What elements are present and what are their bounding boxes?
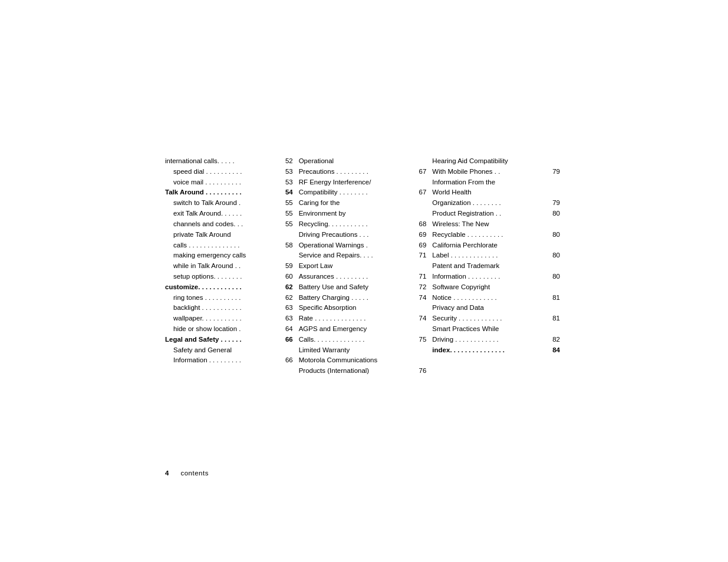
toc-entry: customize. . . . . . . . . . . .62 <box>165 282 293 293</box>
toc-entry: Rate . . . . . . . . . . . . . .74 <box>299 313 427 324</box>
toc-entry-text: Smart Practices While <box>432 324 560 335</box>
toc-entry: Driving . . . . . . . . . . . .82 <box>432 335 560 345</box>
toc-entry: voice mail . . . . . . . . . .53 <box>165 177 293 188</box>
toc-entry: exit Talk Around. . . . . .55 <box>165 209 293 219</box>
toc-entry-num: 67 <box>410 187 426 198</box>
toc-entry: Operational <box>299 156 427 167</box>
toc-content: international calls. . . . .52speed dial… <box>165 156 566 376</box>
toc-entry-text: Patent and Trademark <box>432 261 560 272</box>
footer-content: 4 contents <box>165 470 209 477</box>
toc-entry-text: wallpaper. . . . . . . . . . . <box>173 313 276 324</box>
toc-entry: Assurances . . . . . . . . .71 <box>299 272 427 282</box>
toc-entry: Talk Around . . . . . . . . . .54 <box>165 187 293 198</box>
toc-entry-text: Environment by <box>299 209 427 219</box>
toc-entry: Products (International)76 <box>299 366 427 376</box>
toc-entry-num: 84 <box>543 345 560 356</box>
toc-entry-num: 66 <box>276 335 293 345</box>
toc-entry-num: 80 <box>543 250 560 261</box>
toc-entry: Wireless: The New <box>432 219 560 230</box>
toc-entry-text: Product Registration . . <box>432 209 543 219</box>
toc-entry: switch to Talk Around .55 <box>165 198 293 209</box>
toc-entry: Hearing Aid Compatibility <box>432 156 560 167</box>
page-number: 4 <box>165 470 169 477</box>
toc-entry: Recyclable . . . . . . . . . .80 <box>432 230 560 240</box>
toc-entry-text: AGPS and Emergency <box>299 324 427 335</box>
toc-entry: making emergency calls <box>165 250 293 261</box>
toc-entry-text: hide or show location . <box>173 324 276 335</box>
toc-entry-num: 74 <box>410 313 426 324</box>
toc-entry: international calls. . . . .52 <box>165 156 293 167</box>
toc-entry-text: Battery Use and Safety <box>299 282 410 293</box>
toc-entry: Information . . . . . . . . .80 <box>432 272 560 282</box>
toc-entry-num: 59 <box>276 261 293 272</box>
toc-entry-num: 80 <box>543 272 560 282</box>
toc-entry: Information From the <box>432 177 560 188</box>
toc-entry-text: Assurances . . . . . . . . . <box>299 272 410 282</box>
toc-entry-text: With Mobile Phones . . <box>432 167 543 177</box>
toc-entry-text: Precautions . . . . . . . . . <box>299 167 410 177</box>
toc-entry: Organization . . . . . . . .79 <box>432 198 560 209</box>
toc-entry-num: 81 <box>543 313 560 324</box>
toc-entry-text: while in Talk Around . . <box>173 261 276 272</box>
toc-entry: while in Talk Around . .59 <box>165 261 293 272</box>
toc-entry: RF Energy Interference/ <box>299 177 427 188</box>
toc-entry-text: Label . . . . . . . . . . . . . <box>432 250 543 261</box>
toc-entry-num: 66 <box>276 355 293 366</box>
toc-entry-num: 79 <box>543 167 560 177</box>
toc-entry: Security . . . . . . . . . . . .81 <box>432 313 560 324</box>
footer: 4 contents <box>165 470 209 477</box>
toc-entry-num: 53 <box>276 167 293 177</box>
toc-entry-text: Motorola Communications <box>299 355 427 366</box>
toc-entry: Caring for the <box>299 198 427 209</box>
toc-entry: Privacy and Data <box>432 303 560 313</box>
toc-entry-num: 72 <box>410 282 426 293</box>
toc-column-2: OperationalPrecautions . . . . . . . . .… <box>299 156 433 376</box>
toc-entry: calls . . . . . . . . . . . . . .58 <box>165 240 293 251</box>
toc-entry: Specific Absorption <box>299 303 427 313</box>
toc-entry-num: 62 <box>276 293 293 303</box>
toc-entry-text: Notice . . . . . . . . . . . . <box>432 293 543 303</box>
toc-entry: Motorola Communications <box>299 355 427 366</box>
toc-entry-num: 81 <box>543 293 560 303</box>
toc-entry: ring tones . . . . . . . . . .62 <box>165 293 293 303</box>
toc-entry-text: switch to Talk Around . <box>173 198 276 209</box>
toc-entry: Precautions . . . . . . . . .67 <box>299 167 427 177</box>
toc-entry-text: backlight . . . . . . . . . . . <box>173 303 276 313</box>
toc-entry-text: Information . . . . . . . . . <box>173 355 276 366</box>
toc-entry: Information . . . . . . . . .66 <box>165 355 293 366</box>
toc-entry: Service and Repairs. . . .71 <box>299 250 427 261</box>
columns-wrapper: international calls. . . . .52speed dial… <box>165 156 566 376</box>
toc-entry-text: Limited Warranty <box>299 345 427 356</box>
toc-entry-num: 75 <box>410 335 426 345</box>
toc-entry: AGPS and Emergency <box>299 324 427 335</box>
toc-entry: Patent and Trademark <box>432 261 560 272</box>
toc-entry: Compatibility . . . . . . . .67 <box>299 187 427 198</box>
toc-entry: Legal and Safety . . . . . .66 <box>165 335 293 345</box>
toc-entry: hide or show location .64 <box>165 324 293 335</box>
toc-entry: Software Copyright <box>432 282 560 293</box>
toc-entry: Calls. . . . . . . . . . . . . .75 <box>299 335 427 345</box>
toc-entry-text: Driving . . . . . . . . . . . . <box>432 335 543 345</box>
toc-entry-text: Export Law <box>299 261 427 272</box>
toc-column-3: Hearing Aid CompatibilityWith Mobile Pho… <box>432 156 566 376</box>
toc-entry-text: Specific Absorption <box>299 303 427 313</box>
toc-entry: Battery Charging . . . . .74 <box>299 293 427 303</box>
toc-entry-text: Operational <box>299 156 427 167</box>
toc-entry: Operational Warnings .69 <box>299 240 427 251</box>
toc-entry-num: 71 <box>410 272 426 282</box>
toc-entry-text: Safety and General <box>173 345 293 356</box>
toc-column-1: international calls. . . . .52speed dial… <box>165 156 299 376</box>
toc-entry: index. . . . . . . . . . . . . . .84 <box>432 345 560 356</box>
toc-entry-text: Caring for the <box>299 198 427 209</box>
toc-entry: Smart Practices While <box>432 324 560 335</box>
toc-entry: With Mobile Phones . .79 <box>432 167 560 177</box>
toc-entry-num: 63 <box>276 313 293 324</box>
toc-entry: California Perchlorate <box>432 240 560 251</box>
toc-entry-text: Operational Warnings . <box>299 240 410 251</box>
toc-entry: backlight . . . . . . . . . . .63 <box>165 303 293 313</box>
toc-entry-text: exit Talk Around. . . . . . <box>173 209 276 219</box>
toc-entry-text: Information . . . . . . . . . <box>432 272 543 282</box>
page: international calls. . . . .52speed dial… <box>0 0 728 562</box>
toc-entry-text: Rate . . . . . . . . . . . . . . <box>299 313 410 324</box>
toc-entry-text: Calls. . . . . . . . . . . . . . <box>299 335 410 345</box>
